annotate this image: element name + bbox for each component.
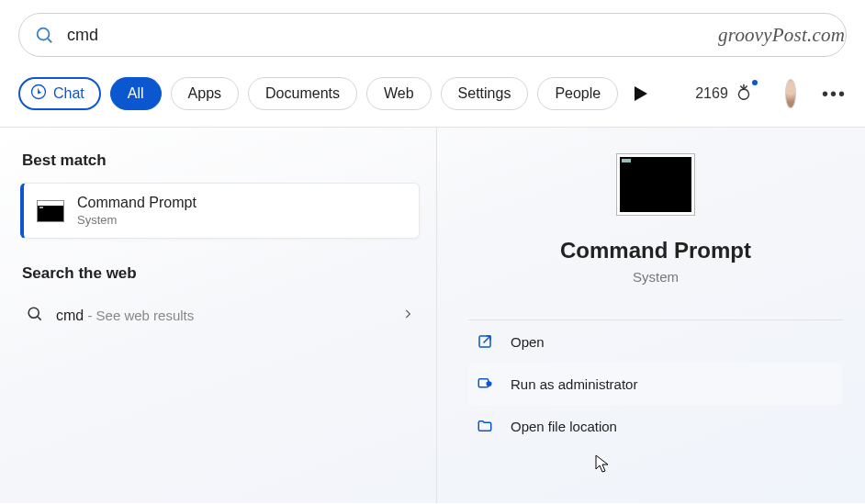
action-run-admin-label: Run as administrator xyxy=(511,376,637,392)
best-match-heading: Best match xyxy=(22,151,420,170)
search-web-heading: Search the web xyxy=(22,264,420,283)
tab-people[interactable]: People xyxy=(537,77,618,110)
open-icon xyxy=(476,333,494,350)
shield-icon xyxy=(476,375,494,392)
search-bar[interactable] xyxy=(18,13,847,57)
search-icon xyxy=(26,305,43,326)
tab-web[interactable]: Web xyxy=(366,77,432,110)
play-icon[interactable] xyxy=(635,77,647,110)
best-match-result[interactable]: Command Prompt System xyxy=(20,183,420,239)
action-open[interactable]: Open xyxy=(468,320,843,363)
preview-icon xyxy=(616,153,695,216)
action-run-admin[interactable]: Run as administrator xyxy=(468,363,843,405)
tab-documents-label: Documents xyxy=(265,85,340,102)
cmd-icon xyxy=(37,200,64,222)
results-panel: Best match Command Prompt System Search … xyxy=(0,128,436,503)
web-result[interactable]: cmd - See web results xyxy=(20,296,420,335)
avatar[interactable] xyxy=(785,79,796,108)
rewards-counter[interactable]: 2169 xyxy=(695,82,754,106)
svg-point-0 xyxy=(38,28,50,40)
web-term: cmd xyxy=(56,308,84,323)
rewards-points: 2169 xyxy=(695,85,728,102)
preview-panel: Command Prompt System Open Run as admini… xyxy=(437,128,865,503)
tab-all-label: All xyxy=(128,85,144,102)
action-open-location[interactable]: Open file location xyxy=(468,405,843,447)
web-hint: - See web results xyxy=(84,308,194,323)
tab-people-label: People xyxy=(555,85,601,102)
tab-documents[interactable]: Documents xyxy=(248,77,357,110)
action-open-location-label: Open file location xyxy=(511,419,617,434)
search-input[interactable] xyxy=(67,26,831,45)
tab-all[interactable]: All xyxy=(110,77,162,110)
svg-line-4 xyxy=(38,317,41,320)
tab-chat[interactable]: Chat xyxy=(18,77,101,110)
preview-title: Command Prompt xyxy=(560,238,751,263)
more-button[interactable]: ••• xyxy=(822,84,847,105)
preview-subtitle: System xyxy=(633,269,679,285)
chevron-right-icon xyxy=(401,308,414,324)
bing-chat-icon xyxy=(29,83,48,105)
tab-web-label: Web xyxy=(384,85,414,102)
result-name: Command Prompt xyxy=(77,195,197,211)
tab-apps-label: Apps xyxy=(188,85,221,102)
tab-chat-label: Chat xyxy=(53,85,84,102)
folder-icon xyxy=(476,418,494,434)
svg-point-3 xyxy=(28,308,39,318)
search-icon xyxy=(34,25,54,45)
svg-line-1 xyxy=(48,39,51,42)
tab-apps[interactable]: Apps xyxy=(171,77,239,110)
tab-settings-label: Settings xyxy=(458,85,511,102)
result-subtitle: System xyxy=(77,213,197,227)
tab-settings[interactable]: Settings xyxy=(441,77,529,110)
action-open-label: Open xyxy=(511,334,545,350)
rewards-icon xyxy=(734,82,754,106)
filter-row: Chat All Apps Documents Web Settings Peo… xyxy=(0,57,865,127)
